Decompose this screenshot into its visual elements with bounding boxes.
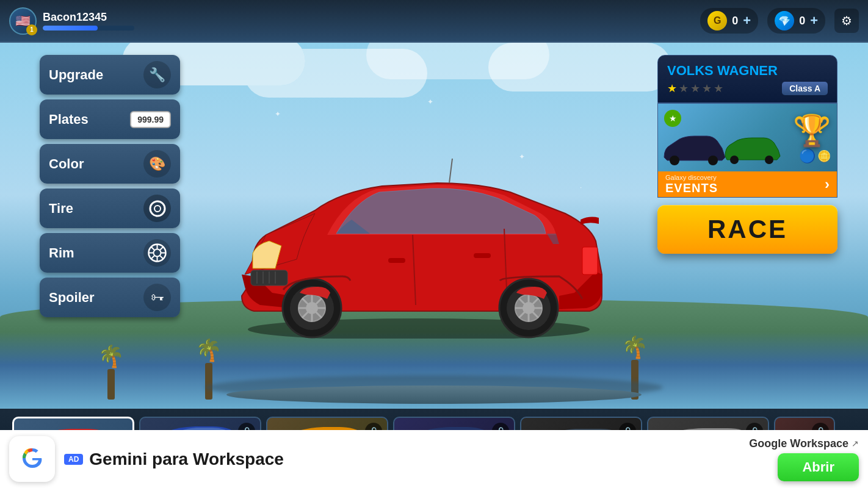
rim-label: Rim xyxy=(49,245,74,261)
ad-right: Google Workspace ↗ Abrir xyxy=(749,437,859,481)
tire-button[interactable]: Tire xyxy=(40,188,180,228)
sparkle-2: ✦ xyxy=(519,152,525,161)
svg-point-1 xyxy=(154,206,161,212)
car-title-card: VOLKS WAGNER ★ ★ ★ ★ ★ Class A xyxy=(657,55,837,103)
event-car-1 xyxy=(661,130,728,167)
svg-rect-38 xyxy=(474,253,491,258)
settings-icon: ⚙ xyxy=(841,13,852,28)
svg-point-41 xyxy=(708,156,718,165)
svg-line-8 xyxy=(151,247,155,251)
events-card[interactable]: 🏆 🔵 🪙 ★ Galaxy discovery EVENTS › xyxy=(657,103,837,198)
events-text: Galaxy discovery EVENTS xyxy=(665,174,718,195)
right-panel: VOLKS WAGNER ★ ★ ★ ★ ★ Class A xyxy=(657,55,837,254)
spoiler-label: Spoiler xyxy=(49,290,95,306)
svg-point-43 xyxy=(765,156,773,164)
svg-point-42 xyxy=(730,156,739,164)
player-name: Bacon12345 xyxy=(43,11,134,24)
star-5: ★ xyxy=(714,82,723,95)
ad-text: Gemini para Workspace xyxy=(89,450,284,469)
abrir-button[interactable]: Abrir xyxy=(778,453,859,481)
race-button[interactable]: RACE xyxy=(657,205,837,254)
workspace-row: Google Workspace ↗ xyxy=(749,437,859,450)
sparkle-3: ✦ xyxy=(427,98,433,106)
add-gold-button[interactable]: + xyxy=(743,13,751,29)
star-4: ★ xyxy=(702,82,712,95)
color-button[interactable]: Color 🎨 xyxy=(40,144,180,184)
palm-tree-far-left: 🌴 xyxy=(98,344,125,400)
sparkle-4: · xyxy=(580,183,582,192)
workspace-label: Google Workspace xyxy=(749,437,848,450)
svg-line-11 xyxy=(151,256,155,259)
car-name: VOLKS WAGNER xyxy=(667,63,778,78)
player-level-badge: 1 xyxy=(26,24,37,35)
tire-icon xyxy=(143,195,171,222)
rim-button[interactable]: Rim xyxy=(40,233,180,273)
gold-amount: 0 xyxy=(732,15,738,27)
gold-currency-group: G 0 + xyxy=(700,8,758,34)
color-icon: 🎨 xyxy=(143,150,171,178)
svg-line-10 xyxy=(160,247,164,251)
plates-label: Plates xyxy=(49,112,89,127)
player-flag-badge: 🇺🇸 1 xyxy=(9,7,37,35)
events-label: EVENTS xyxy=(665,181,718,195)
header-left: 🇺🇸 1 Bacon12345 xyxy=(9,7,134,35)
upgrade-button[interactable]: Upgrade 🔧 xyxy=(40,55,180,95)
ad-logo xyxy=(9,436,55,482)
xp-bar xyxy=(43,26,98,30)
events-arrow-icon: › xyxy=(825,176,830,193)
google-g-logo xyxy=(15,442,49,476)
settings-button[interactable]: ⚙ xyxy=(834,9,859,33)
svg-point-40 xyxy=(670,156,679,165)
ad-content: AD Gemini para Workspace xyxy=(64,450,284,469)
star-3: ★ xyxy=(690,82,700,95)
gold-coins-icon: 🪙 xyxy=(817,149,831,163)
svg-point-3 xyxy=(154,249,161,257)
header-bar: 🇺🇸 1 Bacon12345 G 0 + 💎 0 + ⚙ xyxy=(0,0,868,43)
ad-banner: AD Gemini para Workspace Google Workspac… xyxy=(0,430,868,488)
event-star-badge: ★ xyxy=(664,110,681,127)
race-label: RACE xyxy=(707,215,787,243)
tire-label: Tire xyxy=(49,201,73,217)
gem-icon: 💎 xyxy=(775,11,794,30)
gold-icon: G xyxy=(707,11,727,30)
svg-rect-37 xyxy=(388,258,405,263)
sparkle-1: ✦ xyxy=(275,110,281,118)
events-rewards: 🏆 🔵 🪙 xyxy=(790,107,834,170)
plates-button[interactable]: Plates 999.99 xyxy=(40,99,180,139)
car-rating-row: ★ ★ ★ ★ ★ Class A xyxy=(667,82,828,95)
main-car xyxy=(205,113,620,345)
class-badge: Class A xyxy=(782,82,828,95)
external-link-icon: ↗ xyxy=(852,439,859,448)
spoiler-button[interactable]: Spoiler 🗝 xyxy=(40,278,180,317)
upgrade-label: Upgrade xyxy=(49,67,103,83)
rim-icon xyxy=(143,239,171,267)
sidebar-menu: Upgrade 🔧 Plates 999.99 Color 🎨 Tire Rim xyxy=(40,55,180,317)
svg-line-9 xyxy=(160,256,164,259)
plates-value: 999.99 xyxy=(130,111,171,128)
svg-rect-20 xyxy=(582,247,598,274)
car-svg xyxy=(205,113,632,339)
player-info: Bacon12345 xyxy=(43,11,134,30)
coins-group: 🔵 🪙 xyxy=(799,148,831,164)
gem-currency-group: 💎 0 + xyxy=(767,8,825,34)
car-stars: ★ ★ ★ ★ ★ xyxy=(667,82,723,95)
events-bottom-bar[interactable]: Galaxy discovery EVENTS › xyxy=(658,171,837,197)
header-right: G 0 + 💎 0 + ⚙ xyxy=(700,8,859,34)
car-display-area xyxy=(183,49,642,409)
ad-badge: AD xyxy=(64,454,83,465)
star-2: ★ xyxy=(679,82,689,95)
coins-icon: 🔵 xyxy=(799,148,816,164)
star-1: ★ xyxy=(667,82,677,95)
add-gem-button[interactable]: + xyxy=(810,13,818,29)
trophy-icon: 🏆 xyxy=(793,113,831,148)
upgrade-icon: 🔧 xyxy=(143,61,171,88)
svg-line-39 xyxy=(449,159,452,183)
svg-point-0 xyxy=(150,201,165,216)
galaxy-discovery-label: Galaxy discovery xyxy=(665,174,718,181)
spoiler-icon: 🗝 xyxy=(143,284,171,311)
xp-bar-container xyxy=(43,26,134,30)
gem-amount: 0 xyxy=(799,15,805,27)
color-label: Color xyxy=(49,156,84,172)
event-car-2 xyxy=(722,133,783,167)
